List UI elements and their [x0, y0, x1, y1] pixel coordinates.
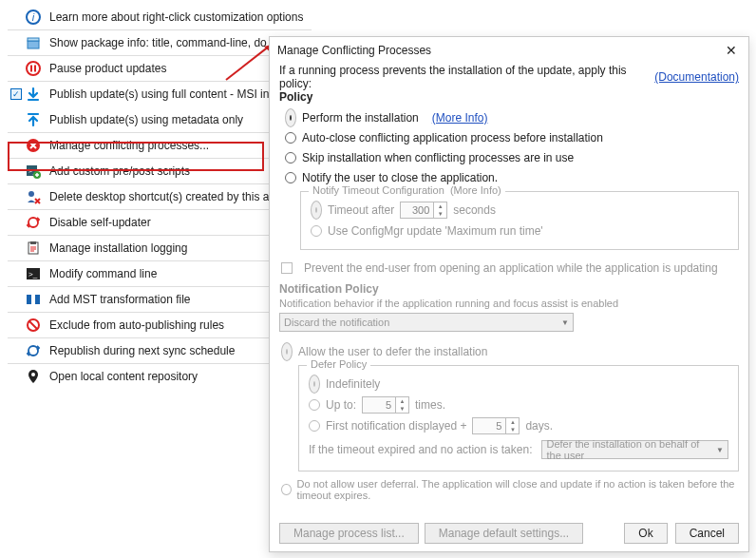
menu-label: Add MST transformation file: [44, 293, 191, 306]
spin-down-icon: ▼: [506, 426, 519, 433]
notification-policy-sub: Notification behavior if the application…: [279, 298, 739, 309]
menu-label: Disable self-updater: [44, 216, 151, 229]
radio-indefinitely: [309, 375, 320, 394]
first-label-a: First notification displayed +: [326, 419, 466, 433]
context-menu: i Learn more about right-click customiza…: [8, 4, 312, 389]
cancel-button[interactable]: Cancel: [675, 523, 739, 544]
upto-label-b: times.: [415, 398, 445, 412]
menu-label: Publish update(s) using metadata only: [44, 113, 243, 126]
svg-rect-2: [28, 41, 39, 48]
radio-autoclose[interactable]: [285, 132, 296, 144]
menu-label: Learn more about right-click customizati…: [44, 10, 303, 24]
menu-label: Exclude from auto-publishing rules: [44, 318, 224, 332]
radio-label: Notify the user to close the application…: [302, 171, 498, 184]
menu-item-delete-shortcut[interactable]: Delete desktop shortcut(s) created by th…: [8, 183, 312, 209]
radio-label: Skip installation when conflicting proce…: [302, 151, 574, 164]
dialog-manage-conflicting: Manage Conflicting Processes ✕ If a runn…: [269, 36, 749, 552]
radio-skip[interactable]: [285, 152, 296, 164]
notification-select: Discard the notification ▼: [279, 313, 574, 332]
svg-point-4: [27, 62, 40, 75]
spin-down-icon: ▼: [434, 210, 446, 218]
menu-label: Republish during next sync schedule: [44, 344, 235, 357]
dialog-title: Manage Conflicting Processes: [277, 44, 718, 57]
manage-process-list-button: Manage process list...: [279, 523, 419, 544]
menu-label: Open local content repository: [44, 370, 198, 383]
menu-item-show-package[interactable]: Show package info: title, command-line, …: [8, 29, 312, 55]
notify-timeout-fieldset: Notify Timeout Configuration (More Info)…: [300, 191, 739, 250]
svg-point-19: [31, 373, 35, 376]
svg-text:>_: >_: [28, 270, 38, 279]
menu-label: Delete desktop shortcut(s) created by th…: [44, 190, 275, 203]
menu-item-logging[interactable]: Manage installation logging: [8, 235, 312, 260]
expired-action-select: Defer the installation on behalf of the …: [541, 440, 728, 459]
upload-icon: [23, 112, 44, 127]
no-defer-label: Do not allow user deferral. The applicat…: [297, 478, 739, 501]
menu-item-cmdline[interactable]: >_ Modify command line: [8, 260, 312, 286]
menu-item-publish-full[interactable]: Publish update(s) using full content - M…: [8, 81, 312, 106]
checkbox-prevent-open: [281, 262, 293, 274]
documentation-link[interactable]: (Documentation): [654, 70, 739, 84]
info-icon: i: [23, 10, 44, 25]
indefinitely-label: Indefinitely: [326, 377, 380, 391]
timeout-spinner: ▲▼: [400, 202, 447, 219]
configmgr-label: Use ConfigMgr update 'Maximum run time': [328, 224, 543, 238]
menu-item-exclude[interactable]: Exclude from auto-publishing rules: [8, 312, 312, 337]
defer-policy-fieldset: Defer Policy Indefinitely Up to: ▲▼ time…: [298, 365, 739, 471]
manage-default-settings-button: Manage default settings...: [425, 523, 583, 544]
svg-rect-13: [30, 241, 36, 244]
menu-item-mst[interactable]: Add MST transformation file: [8, 286, 312, 312]
menu-label: Show package info: title, command-line, …: [44, 36, 267, 49]
timeout-input: [401, 202, 433, 218]
radio-perform[interactable]: [285, 108, 296, 127]
close-icon[interactable]: ✕: [718, 41, 745, 60]
first-spinner: ▲▼: [472, 417, 520, 434]
menu-label: Manage installation logging: [44, 241, 187, 255]
ok-button[interactable]: Ok: [624, 523, 667, 544]
svg-rect-6: [34, 66, 36, 72]
terminal-icon: >_: [23, 266, 44, 281]
radio-no-defer: [281, 484, 292, 495]
select-value: Defer the installation on behalf of the …: [546, 438, 716, 461]
checkmark-icon: [10, 88, 22, 100]
menu-label: Modify command line: [44, 267, 157, 280]
location-icon: [23, 369, 44, 384]
svg-text:i: i: [32, 11, 35, 23]
transform-icon: [23, 292, 44, 307]
menu-item-learn-more[interactable]: i Learn more about right-click customiza…: [8, 4, 312, 29]
svg-rect-5: [30, 66, 32, 72]
menu-label: Pause product updates: [44, 62, 166, 75]
menu-item-pause[interactable]: Pause product updates: [8, 55, 312, 81]
highlight-box: [8, 142, 264, 171]
menu-item-republish[interactable]: Republish during next sync schedule: [8, 337, 312, 363]
spin-up-icon: ▲: [434, 202, 446, 210]
radio-use-configmgr: [311, 225, 322, 237]
spin-up-icon: ▲: [396, 397, 408, 405]
sync-disabled-icon: [23, 215, 44, 230]
radio-notify[interactable]: [285, 172, 296, 183]
prevent-label: Prevent the end-user from opening an app…: [304, 261, 718, 275]
fieldset-legend: Defer Policy: [307, 358, 370, 370]
svg-point-11: [28, 191, 34, 197]
refresh-icon: [23, 343, 44, 358]
radio-label: Perform the installation: [302, 111, 419, 125]
menu-item-open-repo[interactable]: Open local content repository: [8, 363, 312, 389]
svg-rect-3: [28, 38, 39, 41]
notification-policy-header: Notification Policy: [279, 282, 739, 296]
spin-up-icon: ▲: [506, 418, 519, 426]
fieldset-legend: Notify Timeout Configuration: [312, 184, 444, 196]
radio-upto: [309, 399, 320, 411]
menu-item-disable-updater[interactable]: Disable self-updater: [8, 209, 312, 235]
menu-item-publish-meta[interactable]: Publish update(s) using metadata only: [8, 106, 312, 132]
upto-label-a: Up to:: [326, 398, 356, 412]
package-icon: [23, 35, 44, 50]
clipboard-icon: [23, 241, 44, 256]
radio-label: Auto-close conflicting application proce…: [302, 131, 603, 144]
more-info-link[interactable]: (More Info): [432, 111, 488, 125]
spin-down-icon: ▼: [396, 405, 408, 413]
radio-timeout-after: [311, 201, 322, 220]
expired-label: If the timeout expired and no action is …: [309, 443, 532, 456]
radio-allow-defer: [281, 342, 293, 361]
chevron-down-icon: ▼: [561, 318, 569, 327]
first-label-b: days.: [525, 419, 553, 433]
dialog-titlebar: Manage Conflicting Processes ✕: [270, 37, 748, 64]
